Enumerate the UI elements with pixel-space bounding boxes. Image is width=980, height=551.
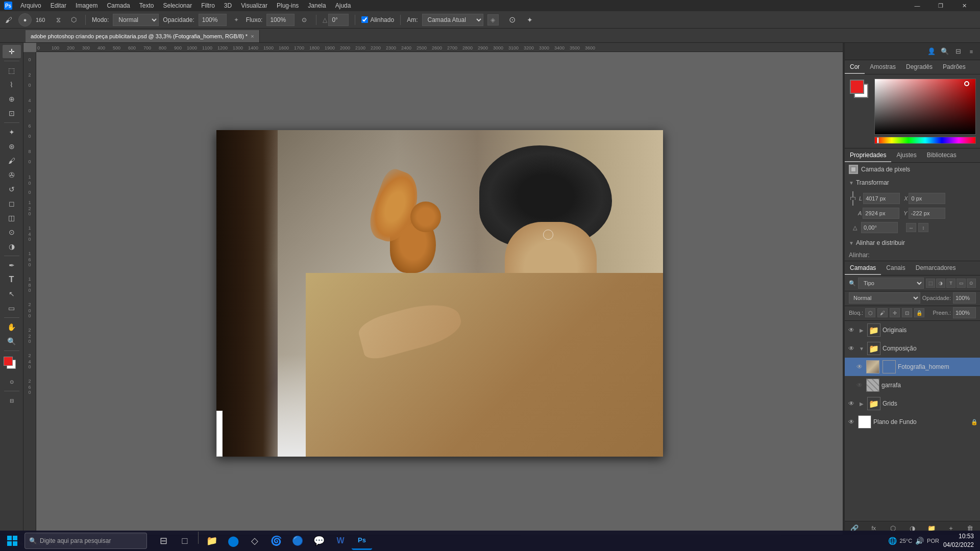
text-tool[interactable]: T — [3, 273, 21, 286]
blend-mode-select[interactable]: Normal — [849, 292, 920, 304]
layer-item-garrafa[interactable]: 👁 garrafa — [845, 376, 980, 394]
brush-tool[interactable]: 🖌 — [3, 154, 21, 167]
brush-toggle-icon[interactable]: ⬡ — [68, 14, 79, 26]
eyedropper-tool[interactable]: ✦ — [3, 126, 21, 139]
menu-ajuda[interactable]: Ajuda — [331, 1, 355, 10]
angle-input[interactable] — [328, 14, 349, 26]
panel-icon-layout[interactable]: ⊟ — [952, 46, 964, 57]
layer-vis-background[interactable]: 👁 — [847, 418, 856, 425]
tab-propriedades[interactable]: Propriedades — [845, 148, 891, 162]
menu-camada[interactable]: Camada — [103, 1, 134, 10]
menu-editar[interactable]: Editar — [46, 1, 70, 10]
taskbar-taskview[interactable]: ⊟ — [153, 532, 174, 550]
network-icon[interactable]: 🌐 — [888, 537, 897, 545]
refine-edge-icon[interactable]: ✦ — [524, 14, 535, 26]
hand-tool[interactable]: ✋ — [3, 320, 21, 334]
tab-amostras[interactable]: Amostras — [865, 60, 901, 74]
transform-header[interactable]: ▼ Transformar — [845, 176, 980, 189]
mode-select[interactable]: Normal — [113, 14, 159, 26]
layer-item-background[interactable]: 👁 Plano de Fundo 🔒 — [845, 413, 980, 431]
language-indicator[interactable]: POR — [927, 538, 939, 544]
maximize-button[interactable]: ❐ — [929, 0, 952, 11]
taskbar-edge[interactable]: 🌀 — [266, 532, 286, 550]
dodge-tool[interactable]: ◑ — [3, 240, 21, 253]
layer-vis-grids[interactable]: 👁 — [847, 400, 856, 407]
pressure-opacity-icon[interactable]: ✦ — [231, 14, 242, 26]
a-input[interactable] — [863, 208, 899, 219]
sample-toggle-icon[interactable]: ◈ — [487, 14, 499, 26]
flip-h-button[interactable]: ↔ — [906, 223, 916, 232]
filter-smart-icon[interactable]: ⊙ — [967, 279, 976, 288]
angle-transform-input[interactable] — [861, 222, 898, 233]
panel-icon-arrange[interactable]: ≡ — [966, 46, 977, 57]
lock-position-btn[interactable]: ✛ — [890, 308, 900, 317]
align-checkbox[interactable] — [361, 16, 368, 23]
filter-text-icon[interactable]: T — [946, 279, 955, 288]
expand-grids[interactable]: ▶ — [858, 401, 865, 407]
eraser-tool[interactable]: ◻ — [3, 197, 21, 210]
quick-mask-toggle[interactable]: ⊙ — [3, 375, 21, 388]
taskbar-photoshop[interactable]: Ps — [352, 532, 372, 550]
link-proportional-icon[interactable] — [849, 191, 857, 206]
filter-shape-icon[interactable]: ▭ — [957, 279, 966, 288]
canvas-image[interactable] — [216, 130, 663, 457]
tab-bibliotecas[interactable]: Bibliotecas — [922, 148, 962, 162]
hue-slider[interactable] — [874, 137, 976, 144]
panel-icon-1[interactable]: 👤 — [926, 46, 937, 57]
menu-selecionar[interactable]: Selecionar — [159, 1, 196, 10]
align-header[interactable]: ▼ Alinhar e distribuir — [845, 236, 980, 249]
layer-vis-garrafa[interactable]: 👁 — [855, 382, 864, 389]
layer-item-grids[interactable]: 👁 ▶ 📁 Grids — [845, 394, 980, 413]
panel-icon-search[interactable]: 🔍 — [939, 46, 950, 57]
tab-padroes[interactable]: Padrões — [938, 60, 971, 74]
lock-all-btn[interactable]: 🔒 — [914, 308, 924, 317]
zoom-tool[interactable]: 🔍 — [3, 335, 21, 348]
airbrush-icon[interactable]: ⊙ — [299, 14, 310, 26]
menu-visualizar[interactable]: Visualizar — [237, 1, 272, 10]
layers-type-filter[interactable]: Tipo — [858, 278, 924, 289]
spot-heal-tool[interactable]: ⊛ — [3, 140, 21, 153]
layer-item-composicao[interactable]: 👁 ▼ 📁 Composição — [845, 339, 980, 358]
shape-tool[interactable]: ▭ — [3, 302, 21, 315]
lock-artboard-btn[interactable]: ⊡ — [902, 308, 912, 317]
move-tool[interactable]: ✛ — [3, 45, 21, 58]
clone-stamp-tool[interactable]: ✇ — [3, 168, 21, 182]
screen-mode-toggle[interactable]: ⊟ — [3, 394, 21, 407]
minimize-button[interactable]: — — [905, 0, 929, 11]
history-brush-tool[interactable]: ↺ — [3, 183, 21, 196]
flip-v-button[interactable]: ↕ — [918, 223, 928, 232]
crop-tool[interactable]: ⊡ — [3, 107, 21, 120]
close-button[interactable]: ✕ — [952, 0, 976, 11]
brush-preset-icon[interactable]: ● — [18, 13, 32, 27]
lock-pixels-btn[interactable]: 🖌 — [877, 308, 888, 317]
taskbar-word[interactable]: W — [330, 532, 351, 550]
menu-filtro[interactable]: Filtro — [197, 1, 219, 10]
opacity-input[interactable] — [953, 292, 976, 304]
tab-canais[interactable]: Canais — [881, 261, 910, 275]
brush-settings-icon[interactable]: ⧖ — [53, 14, 64, 26]
sample-select[interactable]: Camada Atual — [422, 14, 483, 26]
lasso-tool[interactable]: ⌇ — [3, 78, 21, 91]
filter-pixel-icon[interactable]: ⬚ — [926, 279, 935, 288]
tab-degrades[interactable]: Degradês — [901, 60, 938, 74]
y-input[interactable] — [909, 208, 945, 219]
taskbar-chrome[interactable]: 🔵 — [287, 532, 308, 550]
menu-janela[interactable]: Janela — [304, 1, 330, 10]
taskbar-store[interactable]: ⬤ — [223, 532, 243, 550]
sound-icon[interactable]: 🔊 — [915, 537, 924, 545]
path-select-tool[interactable]: ↖ — [3, 287, 21, 300]
tab-ajustes[interactable]: Ajustes — [891, 148, 921, 162]
blur-tool[interactable]: ⊙ — [3, 226, 21, 239]
rectangle-select-tool[interactable]: ⬚ — [3, 64, 21, 77]
expand-originais[interactable]: ▶ — [858, 328, 865, 333]
start-button[interactable] — [2, 533, 22, 549]
menu-plugins[interactable]: Plug-ins — [273, 1, 303, 10]
tab-camadas[interactable]: Camadas — [845, 261, 881, 275]
taskbar-widgets[interactable]: □ — [175, 532, 195, 550]
tab-color[interactable]: Cor — [845, 60, 865, 74]
taskbar-explorer[interactable]: 📁 — [202, 532, 222, 550]
opacity-input[interactable] — [199, 14, 227, 26]
l-input[interactable] — [863, 193, 900, 204]
gradient-tool[interactable]: ◫ — [3, 211, 21, 224]
pen-tool[interactable]: ✒ — [3, 259, 21, 272]
